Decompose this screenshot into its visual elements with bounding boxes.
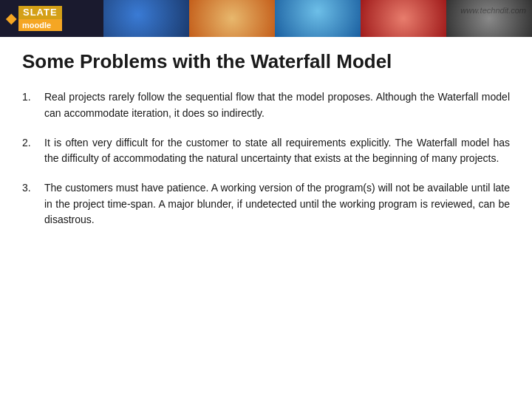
main-content: Some Problems with the Waterfall Model 1… xyxy=(0,37,532,255)
list-text-3: The customers must have patience. A work… xyxy=(44,180,510,228)
list-text-2: It is often very difficult for the custo… xyxy=(44,135,510,167)
banner-img-4 xyxy=(361,0,446,37)
banner-img-1 xyxy=(103,0,189,37)
page-title: Some Problems with the Waterfall Model xyxy=(22,50,510,73)
banner-img-2 xyxy=(189,0,275,37)
list-item: 3. The customers must have patience. A w… xyxy=(22,180,510,228)
list-number-3: 3. xyxy=(22,180,44,228)
content-list: 1. Real projects rarely follow the seque… xyxy=(22,89,510,228)
logo-moodle: moodle xyxy=(18,19,62,31)
logo-m-icon: ◆ xyxy=(6,10,16,27)
logo-slate: SLATE xyxy=(18,6,62,19)
list-item: 2. It is often very difficult for the cu… xyxy=(22,135,510,167)
list-number-1: 1. xyxy=(22,89,44,121)
watermark: www.techndit.com xyxy=(460,6,526,15)
banner-img-3 xyxy=(275,0,361,37)
header: ◆ SLATE moodle xyxy=(0,0,532,37)
list-text-1: Real projects rarely follow the sequenti… xyxy=(44,89,510,121)
list-item: 1. Real projects rarely follow the seque… xyxy=(22,89,510,121)
list-number-2: 2. xyxy=(22,135,44,167)
logo: ◆ SLATE moodle xyxy=(0,6,62,31)
